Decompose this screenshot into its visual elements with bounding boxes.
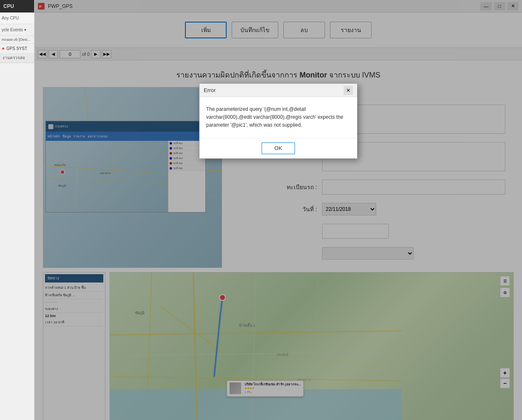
ok-button[interactable]: OK — [262, 142, 295, 154]
dialog-close-button[interactable]: ✕ — [344, 86, 353, 95]
dialog-footer: OK — [200, 138, 357, 158]
nav-label-row: งานตรวจสอ — [0, 53, 34, 63]
error-message: The parameterized query '(@num int,@deta… — [206, 106, 343, 128]
any-cpu-label: Any CPU — [2, 16, 19, 20]
dialog-title-bar: Error ✕ — [200, 84, 357, 97]
nav-label: งานตรวจสอ — [2, 55, 25, 60]
ide-top-bar: CPU — [0, 0, 34, 12]
gps-panel-row: ● GPS SYST — [0, 44, 34, 53]
file-name: mcase.vb [Desi... — [2, 38, 30, 42]
cycle-events-label: ycle Events ▾ — [2, 28, 26, 32]
gps-icon: ● — [2, 45, 5, 51]
dialog-overlay: Error ✕ The parameterized query '(@num i… — [35, 0, 522, 420]
error-dialog: Error ✕ The parameterized query '(@num i… — [199, 83, 357, 159]
dialog-title: Error — [204, 87, 216, 93]
cpu-label: CPU — [3, 3, 14, 9]
gps-label: GPS SYST — [6, 46, 27, 51]
ide-cycle-events: ycle Events ▾ — [0, 24, 34, 36]
ide-file-label: mcase.vb [Desi... — [0, 36, 34, 44]
dialog-body: The parameterized query '(@num int,@deta… — [200, 97, 357, 138]
ide-left-panel: CPU Any CPU ycle Events ▾ mcase.vb [Desi… — [0, 0, 35, 420]
ide-toolbar-row: Any CPU — [0, 12, 34, 24]
main-window: P PWP_GPS — □ ✕ เพิ่ม บันทึกแก้ไข ลบ ราย… — [35, 0, 522, 420]
